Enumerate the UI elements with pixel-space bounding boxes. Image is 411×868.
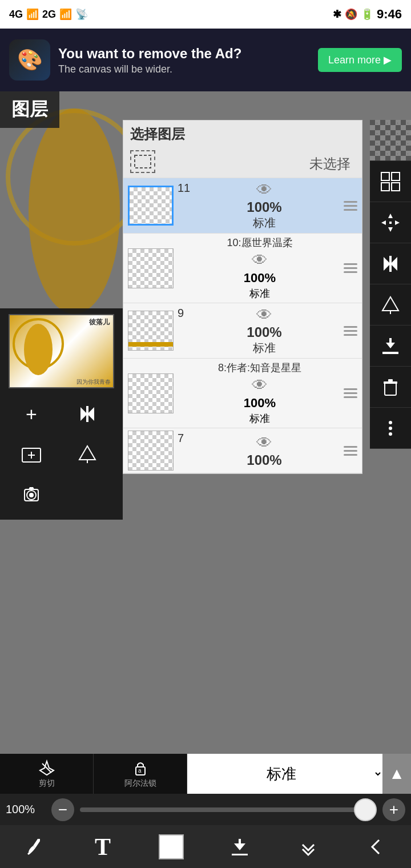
layer-11-visibility-icon[interactable]: 👁 bbox=[256, 180, 272, 199]
selection-icon bbox=[130, 150, 155, 173]
mute-icon: 🔕 bbox=[345, 8, 357, 21]
ad-title: You want to remove the Ad? bbox=[58, 45, 310, 62]
svg-rect-3 bbox=[381, 183, 389, 191]
cut-button[interactable]: 剪切 bbox=[0, 754, 94, 794]
ad-banner: 🎨 You want to remove the Ad? The canvas … bbox=[0, 29, 411, 91]
layer-7-visibility-icon[interactable]: 👁 bbox=[256, 433, 272, 452]
layer-8-menu[interactable] bbox=[344, 388, 357, 398]
camera-btn[interactable] bbox=[6, 474, 57, 514]
more-tool-btn[interactable] bbox=[370, 408, 411, 449]
text-tool-btn[interactable]: T bbox=[86, 830, 120, 864]
layer-11-mode: 标准 bbox=[253, 215, 276, 231]
layer-10-opacity: 100% bbox=[244, 271, 276, 286]
svg-rect-40 bbox=[232, 854, 248, 855]
download-tool-btn[interactable] bbox=[370, 326, 411, 367]
opacity-increase-button[interactable]: + bbox=[382, 798, 405, 821]
ad-logo: 🎨 bbox=[9, 39, 50, 81]
layer-11-num: 11 bbox=[178, 182, 190, 195]
svg-rect-17 bbox=[382, 352, 398, 354]
transform-layer-btn[interactable] bbox=[62, 434, 113, 474]
canvas-preview: 彼落儿 因为你我青春 bbox=[9, 314, 114, 388]
layer-8-thumb bbox=[128, 373, 174, 413]
opacity-bar: 100% − + bbox=[0, 794, 411, 825]
left-panel: 彼落儿 因为你我青春 + bbox=[0, 308, 123, 520]
layer-9-thumb bbox=[128, 311, 174, 351]
network-2g: 2G bbox=[42, 9, 56, 21]
layer-10-visibility-icon[interactable]: 👁 bbox=[252, 251, 268, 270]
opacity-slider-thumb[interactable] bbox=[354, 798, 377, 821]
brush-tool-btn[interactable] bbox=[17, 830, 51, 864]
layer-7-menu[interactable] bbox=[344, 446, 357, 456]
ad-logo-emoji: 🎨 bbox=[17, 48, 43, 72]
network-4g: 4G bbox=[9, 9, 23, 21]
add-group-btn[interactable] bbox=[6, 434, 57, 474]
status-right: ✱ 🔕 🔋 9:46 bbox=[333, 7, 402, 22]
layer-row-8[interactable]: 8:作者:知音是星星 👁 100% 标准 bbox=[123, 359, 362, 428]
layer-download-btn[interactable] bbox=[223, 830, 257, 864]
layer-7-info: 👁 100% bbox=[190, 433, 339, 468]
svg-marker-6 bbox=[388, 227, 393, 232]
layer-9-visibility-icon[interactable]: 👁 bbox=[256, 306, 272, 324]
layer-8-visibility-icon[interactable]: 👁 bbox=[252, 376, 268, 395]
svg-rect-19 bbox=[384, 381, 397, 384]
svg-rect-9 bbox=[389, 222, 392, 224]
layer-row-7[interactable]: 7 👁 100% bbox=[123, 428, 362, 473]
bluetooth-icon: ✱ bbox=[333, 8, 341, 21]
color-picker-btn[interactable] bbox=[154, 830, 188, 864]
add-layer-btn[interactable]: + bbox=[6, 394, 57, 434]
svg-marker-30 bbox=[79, 446, 95, 460]
blend-mode-select[interactable]: 标准 正片叠底 滤色 叠加 bbox=[187, 754, 382, 794]
flip-tool-btn[interactable] bbox=[370, 243, 411, 284]
svg-rect-16 bbox=[389, 338, 392, 346]
svg-marker-7 bbox=[381, 220, 386, 225]
layer-8-opacity: 100% bbox=[244, 396, 276, 411]
clock: 9:46 bbox=[377, 7, 402, 22]
svg-rect-4 bbox=[392, 183, 400, 191]
flip-layer-btn[interactable] bbox=[62, 394, 113, 434]
layer-row-11[interactable]: 11 👁 100% 标准 bbox=[123, 178, 362, 234]
up-arrow-button[interactable]: ▲ bbox=[382, 754, 411, 794]
learn-more-button[interactable]: Learn more ▶ bbox=[318, 48, 402, 72]
svg-marker-5 bbox=[388, 214, 393, 218]
layer-8-name: 8:作者:知音是星星 bbox=[218, 361, 301, 375]
signal-bars: 📶 bbox=[26, 8, 39, 21]
checker-tool-btn[interactable] bbox=[370, 120, 411, 161]
alpha-lock-label: 阿尔法锁 bbox=[124, 778, 156, 789]
tool-grid: + bbox=[0, 394, 123, 520]
select-layer-label: 选择图层 bbox=[130, 125, 185, 143]
opacity-slider-track bbox=[80, 807, 377, 812]
svg-point-33 bbox=[29, 493, 34, 497]
layer-11-menu[interactable] bbox=[344, 201, 357, 211]
alpha-lock-button[interactable]: a 阿尔法锁 bbox=[94, 754, 187, 794]
right-toolbar bbox=[370, 120, 411, 449]
svg-rect-26 bbox=[86, 406, 88, 422]
cut-label: 剪切 bbox=[39, 778, 55, 789]
bottom-toolbar: 剪切 a 阿尔法锁 标准 正片叠底 滤色 叠加 ▲ bbox=[0, 754, 411, 794]
layer-row-9[interactable]: 9 👁 100% 标准 bbox=[123, 303, 362, 359]
layer-9-menu[interactable] bbox=[344, 326, 357, 336]
signal-bars2: 📶 bbox=[59, 8, 72, 21]
chevron-down-btn[interactable] bbox=[291, 830, 325, 864]
transform-tool-btn[interactable] bbox=[370, 284, 411, 326]
layer-10-name: 10:愿世界温柔 bbox=[227, 236, 292, 250]
status-bar: 4G 📶 2G 📶 📡 ✱ 🔕 🔋 9:46 bbox=[0, 0, 411, 29]
layer-8-mode: 标准 bbox=[249, 412, 270, 425]
layer-11-opacity: 100% bbox=[247, 199, 281, 215]
layer-7-num: 7 bbox=[178, 432, 184, 445]
layer-11-thumb bbox=[128, 186, 174, 226]
layers-header: 图层 bbox=[0, 91, 59, 128]
layer-9-info: 👁 100% 标准 bbox=[190, 306, 339, 356]
move-tool-btn[interactable] bbox=[370, 202, 411, 243]
svg-rect-39 bbox=[239, 839, 241, 848]
layer-10-menu[interactable] bbox=[344, 263, 357, 273]
delete-tool-btn[interactable] bbox=[370, 367, 411, 408]
footer-toolbar: T bbox=[0, 825, 411, 868]
svg-rect-0 bbox=[135, 155, 151, 168]
grid-tool-btn[interactable] bbox=[370, 161, 411, 202]
select-layer-row[interactable]: 选择图层 未选择 bbox=[123, 120, 362, 178]
svg-rect-12 bbox=[389, 256, 392, 272]
back-btn[interactable] bbox=[360, 830, 394, 864]
opacity-decrease-button[interactable]: − bbox=[51, 798, 74, 821]
layer-row-10[interactable]: 10:愿世界温柔 👁 100% 标准 bbox=[123, 234, 362, 303]
canvas-area[interactable]: 图层 选择图层 未选择 11 👁 100% bbox=[0, 91, 411, 754]
